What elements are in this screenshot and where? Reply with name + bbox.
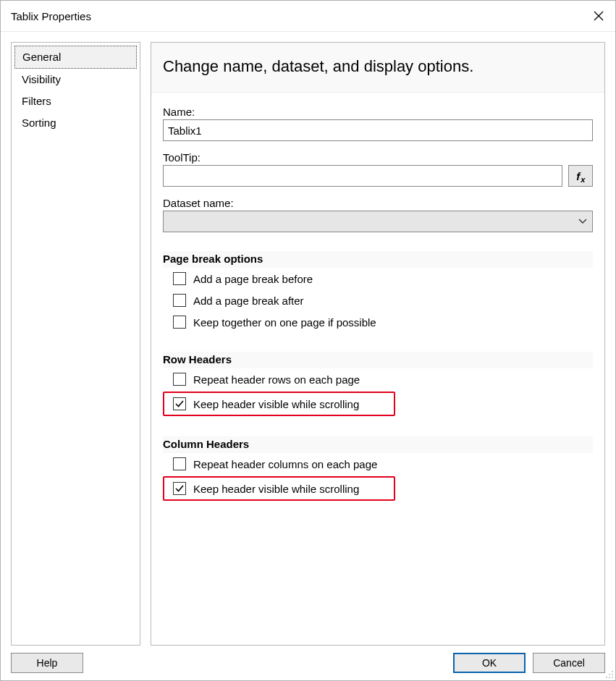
checkbox-repeat-rows[interactable] [173, 373, 186, 386]
checkbox-add-break-before-row[interactable]: Add a page break before [163, 268, 593, 289]
page-title: Change name, dataset, and display option… [151, 43, 604, 93]
dataset-select[interactable] [163, 211, 593, 232]
checkbox-keep-together[interactable] [173, 316, 186, 329]
close-button[interactable] [582, 1, 615, 31]
nav-panel: General Visibility Filters Sorting [11, 42, 140, 646]
checkbox-col-keep-visible-row[interactable]: Keep header visible while scrolling [173, 481, 359, 496]
name-input[interactable] [163, 119, 593, 141]
titlebar: Tablix Properties [1, 1, 615, 32]
svg-point-6 [609, 677, 610, 678]
resize-grip-icon[interactable] [604, 669, 614, 679]
highlight-row-keep-visible: Keep header visible while scrolling [163, 392, 395, 416]
checkbox-label: Keep header visible while scrolling [193, 398, 359, 410]
svg-point-5 [606, 677, 607, 678]
dataset-label: Dataset name: [163, 197, 593, 209]
svg-point-4 [612, 674, 613, 675]
checkbox-add-break-after-row[interactable]: Add a page break after [163, 289, 593, 311]
checkbox-col-keep-visible[interactable] [173, 482, 186, 495]
nav-item-visibility[interactable]: Visibility [14, 69, 137, 90]
checkbox-label: Repeat header columns on each page [193, 458, 377, 470]
checkbox-label: Add a page break before [193, 273, 313, 285]
expression-button[interactable]: fx [568, 165, 593, 187]
svg-point-3 [609, 674, 610, 675]
nav-item-general[interactable]: General [14, 46, 137, 69]
checkbox-keep-together-row[interactable]: Keep together on one page if possible [163, 311, 593, 333]
window-title: Tablix Properties [11, 10, 91, 22]
section-row-headers: Row Headers [163, 352, 593, 368]
name-label: Name: [163, 106, 593, 118]
help-button[interactable]: Help [11, 653, 83, 673]
nav-item-sorting[interactable]: Sorting [14, 112, 137, 134]
checkbox-add-break-after[interactable] [173, 294, 186, 307]
tablix-properties-dialog: Tablix Properties General Visibility Fil… [0, 0, 616, 681]
fx-icon: fx [576, 170, 585, 182]
checkbox-repeat-rows-row[interactable]: Repeat header rows on each page [163, 368, 593, 390]
svg-point-7 [612, 677, 613, 678]
close-icon [594, 11, 604, 21]
ok-button[interactable]: OK [453, 653, 526, 673]
section-column-headers: Column Headers [163, 436, 593, 453]
cancel-button[interactable]: Cancel [533, 653, 605, 673]
checkbox-add-break-before[interactable] [173, 272, 186, 285]
checkbox-row-keep-visible-row[interactable]: Keep header visible while scrolling [173, 396, 359, 412]
checkbox-label: Keep header visible while scrolling [193, 483, 359, 495]
nav-item-filters[interactable]: Filters [14, 90, 137, 112]
checkbox-label: Keep together on one page if possible [193, 316, 376, 329]
dialog-body: General Visibility Filters Sorting Chang… [1, 32, 615, 646]
checkbox-repeat-cols-row[interactable]: Repeat header columns on each page [163, 453, 593, 475]
svg-point-2 [612, 671, 613, 672]
highlight-col-keep-visible: Keep header visible while scrolling [163, 476, 395, 501]
checkbox-label: Add a page break after [193, 295, 304, 307]
main-body: Name: ToolTip: fx Dataset name: [151, 93, 604, 645]
checkbox-repeat-cols[interactable] [173, 457, 186, 470]
checkbox-label: Repeat header rows on each page [193, 373, 360, 386]
main-panel: Change name, dataset, and display option… [151, 42, 605, 646]
tooltip-label: ToolTip: [163, 151, 593, 164]
checkbox-row-keep-visible[interactable] [173, 397, 186, 410]
dialog-footer: Help OK Cancel [1, 646, 615, 680]
section-page-break: Page break options [163, 251, 593, 268]
tooltip-input[interactable] [163, 165, 562, 187]
